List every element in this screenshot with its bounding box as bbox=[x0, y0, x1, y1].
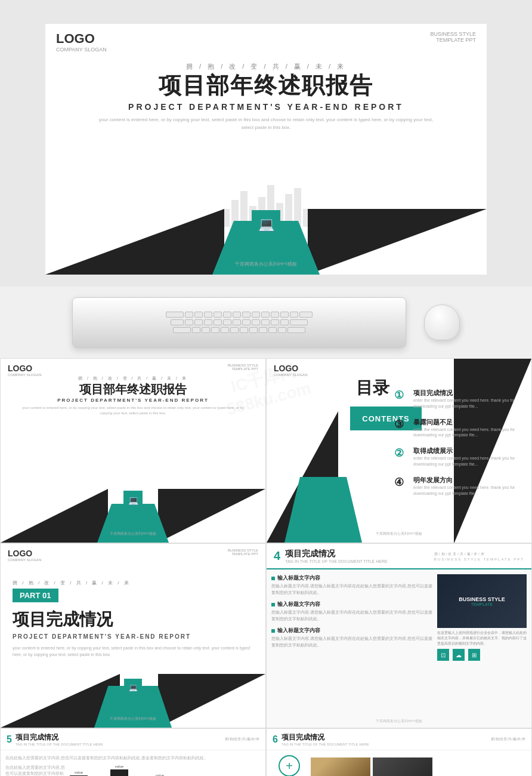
contents-item-2: ② 取得成绩展示 enter the relevant content you … bbox=[394, 446, 519, 467]
bar-col-3 bbox=[110, 769, 128, 776]
geo-left bbox=[45, 209, 224, 275]
laptop-icon-part01: 💻 bbox=[129, 683, 138, 692]
item-num-3: ③ bbox=[394, 418, 409, 431]
kb-key bbox=[261, 312, 270, 318]
slide-logo: LOGO COMPANY SLOGAN bbox=[8, 364, 41, 377]
chart-side-text: 在此处输入您需要的文字内容,您也可以直接复制您的文字内容粘贴到此处,基金复制您的… bbox=[5, 765, 65, 776]
s6-photo-1 bbox=[311, 757, 370, 776]
item-desc-4: enter the relevant content you need here… bbox=[413, 485, 519, 497]
chart-num-6: 6 bbox=[273, 734, 278, 745]
hero-footer: 千库网商务办公系列PPT模板 bbox=[235, 261, 297, 267]
part01-desc: your content is entered here, or by copy… bbox=[13, 645, 253, 658]
mini-icon-box: 💻 bbox=[123, 491, 143, 510]
kb-key bbox=[221, 327, 229, 333]
kb-key bbox=[233, 319, 241, 325]
chart-body-5: 在此处输入您需要的文字内容,您也可以直接复制您的文字内容粘贴到此处,基金复制您的… bbox=[1, 750, 265, 776]
contents-footer: 千库网商务办公系列PPT模板 bbox=[376, 531, 422, 537]
geo-right bbox=[158, 489, 265, 543]
part01-title-cn: 项目完成情况 bbox=[13, 608, 253, 631]
proj-icons: ⊡ ☁ ⊞ bbox=[437, 649, 527, 661]
item-num-2: ② bbox=[394, 446, 409, 460]
add-icon-circle[interactable]: + bbox=[279, 755, 300, 776]
chart-layout: 在此处输入您需要的文字内容,您也可以直接复制您的文字内容粘贴到此处,基金复制您的… bbox=[5, 765, 261, 776]
kb-key bbox=[271, 319, 279, 325]
kb-key bbox=[223, 312, 231, 318]
laptop-icon: 💻 bbox=[258, 217, 274, 232]
slide-6-right bbox=[311, 755, 527, 776]
kb-key bbox=[252, 312, 260, 318]
bar-val-3: value bbox=[115, 765, 123, 768]
slide-2-mini-hero: LOGO COMPANY SLOGAN BUSINESS STYLE TEMPL… bbox=[0, 358, 266, 543]
kb-key bbox=[214, 319, 222, 325]
kb-key bbox=[223, 319, 231, 325]
proj-icon-1: ⊡ bbox=[437, 649, 449, 661]
ptb-dot-2 bbox=[271, 603, 275, 606]
contents-item-1: ① 项目完成情况 enter the relevant content you … bbox=[394, 389, 519, 409]
slide-6-body: + 添加标题 请您在此处输入您需要的文字内容,您可以直接复制您的内容粘贴到此处的… bbox=[267, 750, 531, 776]
chart-num-5: 5 bbox=[7, 734, 12, 745]
photo-sim-2 bbox=[373, 757, 432, 776]
kb-key bbox=[261, 319, 270, 325]
s6-photos bbox=[311, 757, 527, 776]
proj-body: 输入标题文字内容 您输入标题文字内容,请您输入标题文字内容在此处输入您需要的文字… bbox=[267, 569, 531, 666]
item-num-4: ④ bbox=[394, 476, 409, 489]
proj-num: 4 bbox=[274, 549, 280, 563]
hero-subtitle: 拥 / 抱 / 改 / 变 / 共 / 赢 / 未 / 来 bbox=[45, 62, 487, 71]
contents-item-4: ④ 明年发展方向 enter the relevant content you … bbox=[394, 476, 519, 497]
kb-key bbox=[240, 327, 248, 333]
bar-chart: value 数据-1 value 数据-2 value 数据-3 bbox=[70, 767, 261, 776]
item-num-1: ① bbox=[394, 389, 409, 402]
contents-title-area: 目录 bbox=[356, 377, 389, 399]
ptb-desc-2: 您输入标题文字内容,请您输入标题文字内容在此处输入您需要的文字内容,您也可以直接… bbox=[271, 609, 432, 622]
bar-val-5: value bbox=[156, 774, 164, 776]
part01-title-en: PROJECT DEPARTMENT'S YEAR-END REPORT bbox=[13, 633, 253, 640]
kb-key bbox=[278, 327, 286, 333]
item-desc-1: enter the relevant content you need here… bbox=[413, 398, 519, 409]
slide-1-header: LOGO COMPANY SLOGAN BUSINESS STYLE TEMPL… bbox=[45, 24, 487, 56]
kb-row-1 bbox=[166, 312, 313, 318]
slide-tpl-label: BUSINESS STYLE TEMPLATE PPT bbox=[228, 364, 258, 377]
proj-right: BUSINESS STYLE TEMPLATE 在这里输入上述内容指进行企业会议… bbox=[437, 574, 527, 661]
part01-tpl-label: BUSINESS STYLE TEMPLATE PPT bbox=[228, 549, 258, 562]
mini-subtitle: 拥 / 抱 / 改 / 变 / 共 / 赢 / 未 / 来 bbox=[1, 375, 265, 381]
kb-key bbox=[185, 312, 193, 318]
proj-left: 输入标题文字内容 您输入标题文字内容,请您输入标题文字内容在此处输入您需要的文字… bbox=[271, 574, 432, 661]
mini-desc: your content is entered here, or by copy… bbox=[1, 405, 265, 416]
slides-grid: LOGO COMPANY SLOGAN BUSINESS STYLE TEMPL… bbox=[0, 358, 532, 776]
geo-left bbox=[1, 489, 108, 543]
proj-img-box: BUSINESS STYLE TEMPLATE bbox=[437, 574, 527, 628]
laptop-icon-sm: 💻 bbox=[128, 495, 138, 505]
part01-content: 拥 / 抱 / 改 / 变 / 共 / 赢 / 未 / 来 PART 01 项目… bbox=[13, 580, 253, 658]
part01-logo: LOGO COMPANY SLOGAN bbox=[8, 549, 41, 562]
kb-row-3 bbox=[173, 327, 305, 333]
kb-key bbox=[271, 312, 279, 318]
chart-desc-5: 在此处输入您需要的文字内容,您也可以直接复制您的文字内容粘贴到此处,基金复制您的… bbox=[5, 755, 261, 761]
ptb-desc-1: 您输入标题文字内容,请您输入标题文字内容在此处输入您需要的文字内容,您也可以直接… bbox=[271, 583, 432, 596]
proj-detail-header: 4 项目完成情况 TAG IN THE TITLE OF THE DOCUMEN… bbox=[267, 544, 531, 569]
kb-key bbox=[299, 312, 313, 318]
chart-title-en-6: TAG IN THE TITLE OF THE DOCUMENT TITLE H… bbox=[282, 743, 369, 746]
ptb-title-1: 输入标题文字内容 bbox=[271, 574, 432, 582]
kb-key bbox=[242, 312, 250, 318]
contents-logo: LOGO COMPANY SLOGAN bbox=[274, 364, 307, 377]
kb-key bbox=[166, 312, 184, 318]
proj-text-3: 输入标题文字内容 您输入标题文字内容,请您输入标题文字内容在此处输入您需要的文字… bbox=[271, 627, 432, 648]
chart-title-6: 项目完成情况 bbox=[282, 732, 369, 743]
add-btn-area: + 添加标题 请您在此处输入您需要的文字内容,您可以直接复制您的内容粘贴到此处的… bbox=[271, 755, 307, 776]
keyboard-banner bbox=[0, 287, 532, 358]
ptb-dot bbox=[271, 577, 275, 580]
ptb-title-2: 输入标题文字内容 bbox=[271, 601, 432, 608]
kb-key bbox=[249, 327, 258, 333]
part01-geo-right bbox=[158, 674, 265, 728]
mini-title-cn: 项目部年终述职报告 bbox=[1, 381, 265, 398]
bar-chart-container: value 数据-1 value 数据-2 value 数据-3 bbox=[70, 765, 261, 776]
slide-part01: LOGO COMPANY SLOGAN BUSINESS STYLE TEMPL… bbox=[0, 543, 266, 728]
kb-key bbox=[290, 319, 308, 325]
item-desc-3: enter the relevant content you need here… bbox=[413, 427, 519, 439]
mini-footer: 千库网商务办公系列PPT模板 bbox=[110, 531, 156, 537]
kb-key bbox=[171, 319, 184, 325]
part01-subtitle: 拥 / 抱 / 改 / 变 / 共 / 赢 / 未 / 来 bbox=[13, 580, 253, 586]
kb-key bbox=[204, 319, 212, 325]
company-slogan: COMPANY SLOGAN bbox=[56, 47, 107, 53]
mouse-image bbox=[424, 304, 460, 340]
